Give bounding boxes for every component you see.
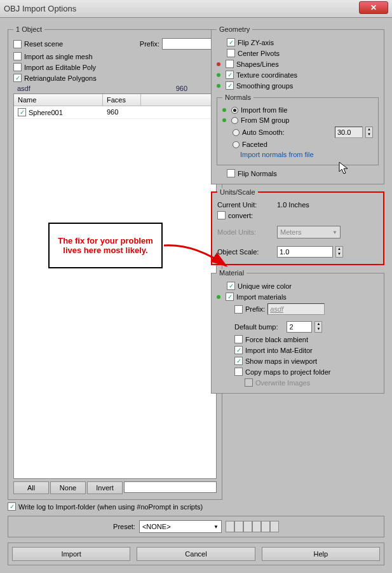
show-maps-checkbox[interactable]: [234, 357, 243, 365]
preset-label: Preset:: [113, 523, 135, 530]
help-button[interactable]: Help: [262, 547, 380, 561]
none-button[interactable]: None: [50, 481, 86, 494]
editable-poly-checkbox[interactable]: [13, 63, 22, 71]
auto-smooth-input[interactable]: [335, 127, 363, 138]
status-dot-icon: [217, 62, 220, 66]
window-title: OBJ Import Options: [4, 4, 359, 13]
center-pivots-label: Center Pivots: [238, 50, 280, 57]
convert-checkbox[interactable]: [217, 211, 226, 219]
preset-row: Preset: <NONE>▼: [8, 516, 384, 537]
preset-icon[interactable]: [252, 521, 261, 532]
single-mesh-label: Import as single mesh: [24, 53, 93, 60]
import-from-file-label: Import from file: [241, 106, 287, 114]
title-bar: OBJ Import Options ✕: [0, 0, 392, 18]
geometry-group: Geometry Flip ZY-axis Center Pivots Shap…: [211, 25, 384, 184]
current-unit-value: 1.0 Inches: [277, 201, 309, 209]
close-button[interactable]: ✕: [359, 1, 388, 14]
status-dot-icon: [217, 73, 220, 77]
smoothing-checkbox[interactable]: [226, 81, 234, 90]
prefix-label: Prefix:: [140, 40, 159, 48]
dialog-buttons: Import Cancel Help: [8, 542, 384, 565]
preset-icon[interactable]: [270, 521, 279, 532]
units-scale-title: Units/Scale: [217, 188, 258, 196]
mat-prefix-checkbox[interactable]: [234, 305, 243, 314]
force-black-label: Force black ambient: [245, 336, 308, 343]
tex-coords-label: Texture coordinates: [236, 71, 297, 79]
overwrite-label: Overwrite Images: [255, 379, 310, 387]
shapes-lines-checkbox[interactable]: [226, 60, 234, 68]
copy-maps-label: Copy maps to project folder: [245, 368, 331, 376]
cancel-button[interactable]: Cancel: [137, 547, 255, 561]
flip-normals-label: Flip Normals: [238, 170, 277, 177]
preset-icon[interactable]: [261, 521, 270, 532]
unique-wire-checkbox[interactable]: [227, 282, 235, 290]
object-scale-input[interactable]: [277, 246, 333, 258]
smoothing-label: Smoothing groups: [236, 82, 293, 90]
auto-smooth-radio[interactable]: [233, 129, 240, 136]
table-row[interactable]: Sphere001 960: [14, 106, 216, 119]
reset-scene-label: Reset scene: [24, 40, 63, 48]
annotation-callout: The fix for your problem lives here most…: [48, 223, 163, 268]
from-sm-radio[interactable]: [231, 117, 238, 124]
retriangulate-checkbox[interactable]: [13, 74, 22, 82]
object-scale-spinner[interactable]: ▲▼: [335, 246, 343, 258]
status-dot-icon: [222, 118, 226, 122]
row-checkbox[interactable]: [18, 108, 26, 116]
preset-icon[interactable]: [243, 521, 252, 532]
show-maps-label: Show maps in viewport: [245, 357, 317, 365]
normals-group: Normals Import from file From SM group A…: [217, 93, 379, 165]
dialog-content: 1 Object Reset scene Prefix: Import as s…: [0, 18, 392, 573]
retriangulate-label: Retriangulate Polygons: [24, 74, 97, 82]
default-bump-label: Default bump:: [234, 323, 278, 331]
all-button[interactable]: All: [13, 481, 49, 494]
object-group-title: 1 Object: [13, 25, 44, 33]
preset-select[interactable]: <NONE>▼: [139, 520, 222, 533]
import-materials-checkbox[interactable]: [226, 293, 234, 301]
center-pivots-checkbox[interactable]: [227, 49, 235, 57]
preset-value: <NONE>: [142, 523, 171, 530]
preset-icon[interactable]: [226, 521, 234, 532]
normals-title: Normals: [222, 93, 253, 101]
faceted-label: Faceted: [242, 141, 267, 148]
col-spacer: [141, 94, 216, 106]
import-mateditor-label: Import into Mat-Editor: [245, 347, 313, 354]
status-dot-icon: [222, 108, 226, 112]
col-faces[interactable]: Faces: [103, 94, 141, 106]
summary-faces: 960: [176, 85, 187, 92]
model-units-value: Meters: [280, 228, 302, 236]
object-summary: asdf 960: [13, 83, 217, 93]
model-units-select: Meters▼: [277, 226, 341, 238]
import-from-file-radio[interactable]: [231, 107, 238, 114]
units-scale-group: Units/Scale Current Unit: 1.0 Inches con…: [211, 188, 384, 265]
convert-label: convert:: [228, 212, 253, 219]
force-black-checkbox[interactable]: [234, 335, 243, 343]
preset-icons[interactable]: [226, 521, 279, 532]
prefix-input[interactable]: [162, 38, 217, 50]
invert-button[interactable]: Invert: [87, 481, 123, 494]
flip-normals-checkbox[interactable]: [227, 169, 235, 177]
auto-smooth-spinner[interactable]: ▲▼: [365, 127, 373, 138]
editable-poly-label: Import as Editable Poly: [24, 64, 96, 71]
tex-coords-checkbox[interactable]: [226, 71, 234, 79]
default-bump-input[interactable]: [287, 321, 312, 333]
objects-table: Name Faces Sphere001 960: [13, 93, 217, 479]
material-group: Material Unique wire color Import materi…: [211, 269, 384, 394]
copy-maps-checkbox[interactable]: [234, 368, 243, 376]
from-sm-label: From SM group: [241, 116, 289, 124]
write-log-checkbox[interactable]: [8, 502, 16, 511]
model-units-label: Model Units:: [217, 228, 274, 236]
import-normals-link[interactable]: Import normals from file: [222, 149, 373, 160]
reset-scene-checkbox[interactable]: [13, 40, 22, 48]
mat-prefix-input[interactable]: [267, 303, 325, 315]
filter-input[interactable]: [124, 481, 217, 493]
preset-icon[interactable]: [234, 521, 243, 532]
import-button[interactable]: Import: [12, 547, 130, 561]
default-bump-spinner[interactable]: ▲▼: [314, 321, 322, 333]
flip-zy-checkbox[interactable]: [227, 38, 235, 46]
import-materials-label: Import materials: [236, 293, 287, 301]
col-name[interactable]: Name: [14, 94, 103, 106]
faceted-radio[interactable]: [233, 141, 240, 148]
import-mateditor-checkbox[interactable]: [234, 346, 243, 354]
status-dot-icon: [217, 295, 220, 299]
single-mesh-checkbox[interactable]: [13, 52, 22, 60]
